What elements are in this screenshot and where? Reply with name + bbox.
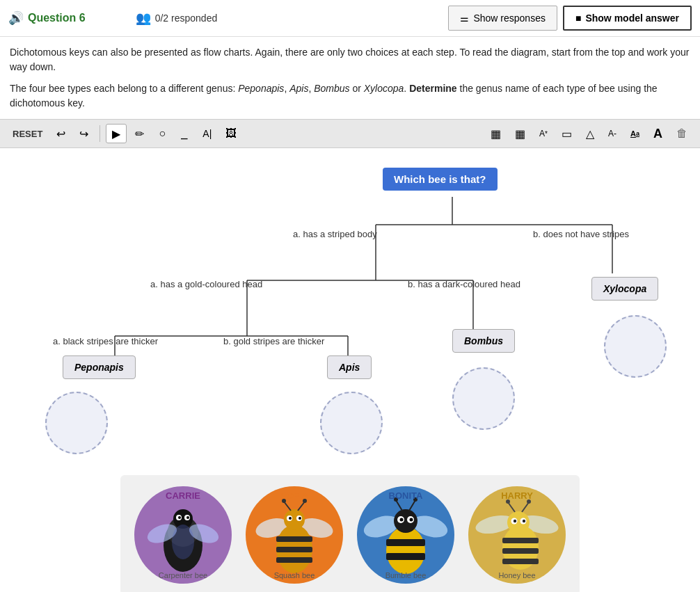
gold-head-label: a. has a gold-coloured head xyxy=(139,273,273,295)
bee-row: CARRIE xyxy=(120,475,580,592)
harry-subname: Honey bee xyxy=(498,571,535,579)
responses-icon: ⚌ xyxy=(460,13,469,24)
drop-circle-xylocopa[interactable] xyxy=(604,315,667,378)
select-tool-button[interactable]: ▶ xyxy=(106,124,127,143)
image-tool-button[interactable]: 🖼 xyxy=(220,124,242,143)
harry-bee-svg xyxy=(468,486,566,584)
carrie-bee-svg xyxy=(134,486,232,584)
svg-point-61 xyxy=(523,520,525,522)
svg-rect-55 xyxy=(502,548,539,554)
flowchart: Which bee is that? a. has a striped body… xyxy=(7,162,693,461)
bonita-subname: Bumble bee xyxy=(385,571,427,579)
carrie-name: CARRIE xyxy=(166,490,200,501)
people-icon: 👥 xyxy=(136,10,151,26)
bonita-name: BONITA xyxy=(389,490,423,501)
toolbar: RESET ↩ ↪ ▶ ✏ ○ ⎯ A| 🖼 ▦ ▦ A* ▭ △ A- Aa … xyxy=(0,119,700,148)
svg-point-31 xyxy=(289,517,292,520)
xylocopa-box: Xylocopa xyxy=(591,277,658,301)
bombus-italic: Bombus xyxy=(314,83,349,94)
copy-button[interactable]: ▦ xyxy=(509,124,531,143)
circle-tool-button[interactable]: ○ xyxy=(152,124,172,143)
drop-circle-peponapis[interactable] xyxy=(45,392,108,454)
line-tool-button[interactable]: ⎯ xyxy=(175,124,194,143)
frame-button[interactable]: ▭ xyxy=(556,124,578,143)
sofia-bee-svg xyxy=(246,486,343,584)
text-tool-button[interactable]: A| xyxy=(197,124,217,143)
content-area: Dichotomous keys can also be presented a… xyxy=(0,37,700,119)
svg-rect-26 xyxy=(276,547,312,552)
sofia-container: SOFIA xyxy=(246,486,343,584)
header: 🔊 Question 6 👥 0/2 responded ⚌ Show resp… xyxy=(0,0,700,37)
bee-item-carrie[interactable]: CARRIE xyxy=(134,486,232,584)
bee-item-sofia[interactable]: SOFIA xyxy=(246,486,343,584)
description2: The four bee types each belong to a diff… xyxy=(10,81,690,111)
show-model-answer-button[interactable]: ■ Show model answer xyxy=(563,6,692,31)
svg-line-33 xyxy=(284,502,291,511)
bee-circle-harry: HARRY xyxy=(468,486,566,584)
pen-tool-button[interactable]: ✏ xyxy=(129,124,150,143)
speaker-icon[interactable]: 🔊 xyxy=(8,10,24,26)
question-title: Question 6 xyxy=(28,12,86,24)
model-icon: ■ xyxy=(575,13,581,24)
svg-point-28 xyxy=(284,509,305,530)
svg-point-32 xyxy=(299,517,301,520)
show-responses-button[interactable]: ⚌ Show responses xyxy=(448,6,557,31)
toolbar-divider-1 xyxy=(100,125,100,142)
apis-italic: Apis xyxy=(289,83,308,94)
harry-container: HARRY xyxy=(468,486,566,584)
genera-italic: Peponapis xyxy=(238,83,284,94)
bee-item-bonita[interactable]: BONITA xyxy=(357,486,454,584)
bee-item-harry[interactable]: HARRY xyxy=(468,486,566,584)
bonita-container: BONITA xyxy=(357,486,454,584)
svg-point-46 xyxy=(410,518,413,522)
drop-circle-apis[interactable] xyxy=(320,392,383,454)
svg-point-42 xyxy=(394,509,417,533)
svg-rect-25 xyxy=(276,536,312,542)
svg-line-63 xyxy=(522,502,529,512)
dark-head-label: b. has a dark-coloured head xyxy=(397,273,532,295)
svg-line-47 xyxy=(396,500,402,511)
duplicate-button[interactable]: ▦ xyxy=(485,124,507,143)
root-question-box: Which bee is that? xyxy=(383,168,498,191)
description1: Dichotomous keys can also be presented a… xyxy=(10,45,690,74)
svg-line-34 xyxy=(298,502,305,511)
apis-box: Apis xyxy=(327,355,372,379)
black-stripes-label: a. black stripes are thicker xyxy=(42,330,169,352)
carrie-container: CARRIE xyxy=(134,486,232,584)
text-large-button[interactable]: A xyxy=(648,124,668,143)
svg-point-21 xyxy=(172,525,194,559)
reset-button[interactable]: RESET xyxy=(7,126,48,142)
xylocopa-italic: Xylocopa xyxy=(364,83,404,94)
peponapis-box: Peponapis xyxy=(63,355,136,379)
no-stripes-label: b. does not have stripes xyxy=(522,223,640,245)
question-label: 🔊 Question 6 xyxy=(8,10,86,26)
drop-circle-bombus[interactable] xyxy=(452,367,515,430)
bee-row-wrapper: CARRIE xyxy=(0,475,700,592)
svg-line-48 xyxy=(409,500,415,511)
svg-line-62 xyxy=(508,502,515,512)
harry-name: HARRY xyxy=(501,490,533,501)
svg-point-19 xyxy=(178,516,181,519)
undo-button[interactable]: ↩ xyxy=(51,124,71,143)
text-small-button[interactable]: Aa xyxy=(625,124,645,143)
node-button[interactable]: A* xyxy=(534,124,553,143)
svg-point-60 xyxy=(514,520,516,522)
svg-point-39 xyxy=(386,527,425,574)
svg-rect-41 xyxy=(386,553,425,560)
carrie-subname: Carpenter bee xyxy=(159,571,207,579)
font-size-button[interactable]: A- xyxy=(603,124,622,143)
bombus-box: Bombus xyxy=(452,329,515,353)
determine-bold: Determine xyxy=(409,83,456,94)
bee-circle-bonita: BONITA xyxy=(357,486,454,584)
svg-point-57 xyxy=(507,511,530,534)
bonita-bee-svg xyxy=(357,486,454,584)
bee-circle-carrie: CARRIE xyxy=(134,486,232,584)
sofia-subname: Squash bee xyxy=(274,571,315,579)
header-actions: ⚌ Show responses ■ Show model answer xyxy=(448,6,692,31)
delete-button[interactable]: 🗑 xyxy=(671,124,693,143)
bucket-button[interactable]: △ xyxy=(580,124,600,143)
svg-rect-40 xyxy=(386,539,425,546)
svg-rect-56 xyxy=(502,559,539,564)
svg-point-45 xyxy=(400,518,404,522)
redo-button[interactable]: ↪ xyxy=(74,124,94,143)
